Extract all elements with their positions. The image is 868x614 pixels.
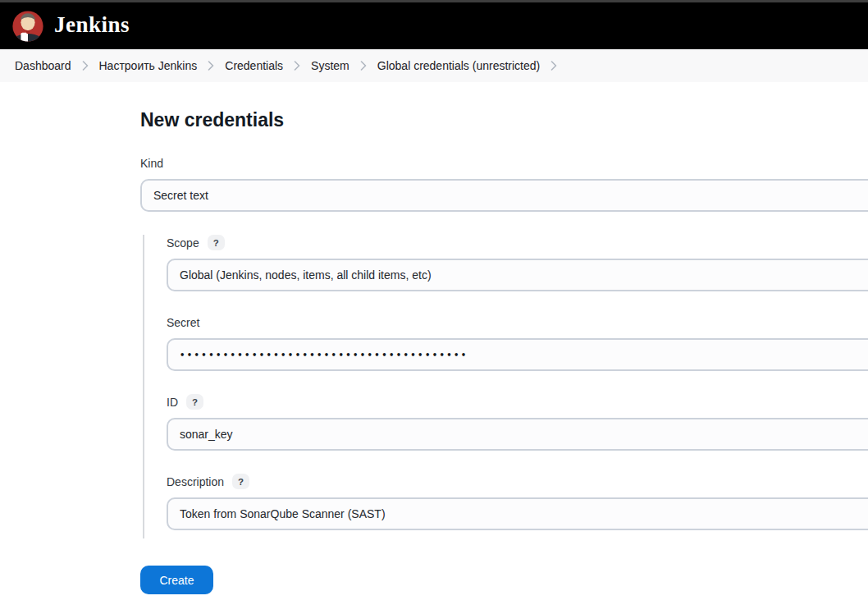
chevron-right-icon[interactable] [550, 61, 557, 71]
breadcrumb-item-credentials[interactable]: Credentials [225, 59, 283, 72]
secret-label: Secret [167, 316, 199, 329]
scope-label: Scope [167, 236, 199, 250]
breadcrumb-item-manage-jenkins[interactable]: Настроить Jenkins [99, 59, 198, 72]
id-input[interactable] [167, 418, 868, 451]
description-field: Description ? [167, 474, 868, 530]
description-help-button[interactable]: ? [232, 474, 249, 489]
main-content: New credentials Kind Secret text Scope ?… [0, 82, 868, 594]
jenkins-header: Jenkins [0, 2, 868, 49]
kind-select[interactable]: Secret text [140, 179, 868, 212]
create-button[interactable]: Create [140, 566, 213, 594]
brand-title[interactable]: Jenkins [54, 12, 130, 38]
jenkins-butler-icon[interactable] [11, 9, 44, 44]
breadcrumb-item-dashboard[interactable]: Dashboard [15, 59, 71, 72]
secret-field: Secret [167, 314, 868, 371]
breadcrumb: Dashboard Настроить Jenkins Credentials … [0, 49, 868, 82]
breadcrumb-item-system[interactable]: System [311, 59, 349, 72]
id-label: ID [167, 396, 178, 409]
id-help-button[interactable]: ? [186, 394, 203, 410]
secret-input[interactable] [167, 338, 868, 371]
chevron-right-icon [208, 61, 214, 71]
page-title: New credentials [140, 109, 868, 131]
scope-select[interactable]: Global (Jenkins, nodes, items, all child… [167, 259, 868, 291]
kind-field: Kind Secret text [140, 155, 868, 212]
kind-label: Kind [140, 157, 163, 170]
breadcrumb-item-global-credentials[interactable]: Global credentials (unrestricted) [377, 59, 540, 72]
chevron-right-icon [360, 61, 367, 71]
scope-field: Scope ? Global (Jenkins, nodes, items, a… [167, 235, 868, 291]
description-label: Description [167, 475, 224, 488]
chevron-right-icon [294, 61, 300, 71]
id-field: ID ? [167, 394, 868, 451]
scope-help-button[interactable]: ? [208, 235, 225, 250]
description-input[interactable] [167, 497, 868, 530]
credential-details-section: Scope ? Global (Jenkins, nodes, items, a… [143, 235, 868, 538]
chevron-right-icon [82, 61, 89, 71]
